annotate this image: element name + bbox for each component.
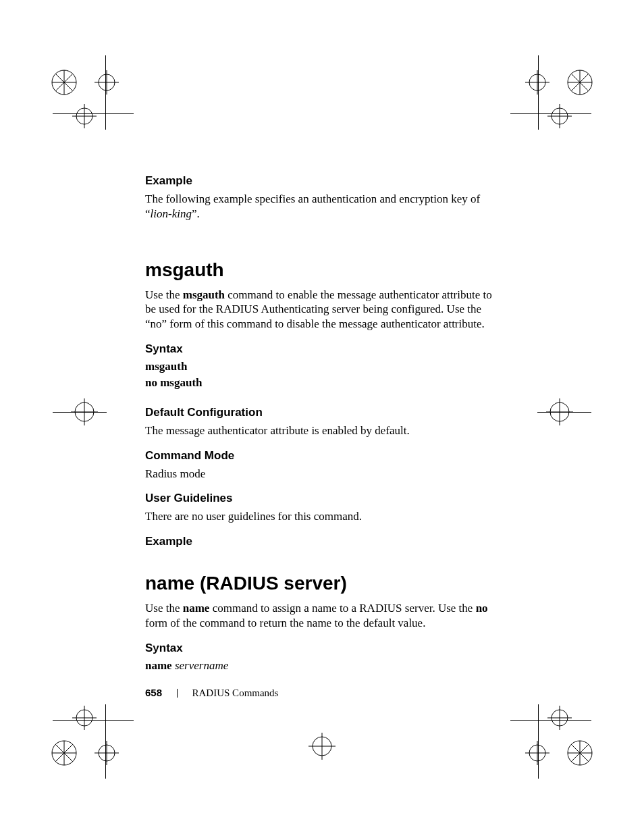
- command-title-name: name (RADIUS server): [145, 573, 496, 594]
- command-name: name: [183, 602, 210, 615]
- text: form of the command to return the name t…: [145, 617, 425, 629]
- svg-point-50: [313, 737, 331, 756]
- default-config-heading: Default Configuration: [145, 406, 496, 419]
- svg-line-15: [571, 74, 589, 91]
- svg-point-33: [552, 710, 568, 726]
- page-footer: 658 RADIUS Commands: [145, 687, 278, 699]
- text: command to assign a name to a RADIUS ser…: [209, 602, 475, 615]
- crop-line: [510, 113, 591, 114]
- footer-divider: [177, 689, 178, 698]
- text: Use the: [145, 288, 183, 301]
- registration-mark-icon: [302, 726, 342, 766]
- svg-point-41: [529, 745, 545, 761]
- chapter-title: RADIUS Commands: [192, 687, 279, 698]
- crop-line: [53, 113, 134, 114]
- text: The following example specifies an authe…: [145, 192, 480, 205]
- svg-point-19: [552, 108, 568, 124]
- crop-line: [538, 55, 539, 130]
- crop-line: [537, 412, 591, 413]
- svg-line-3: [55, 74, 73, 91]
- svg-point-25: [52, 741, 76, 765]
- syntax-param: servername: [175, 659, 228, 672]
- registration-mark-icon: [47, 706, 122, 780]
- registration-mark-icon: [47, 54, 122, 128]
- page-number: 658: [145, 687, 162, 698]
- svg-point-16: [529, 74, 545, 90]
- crop-line: [105, 55, 106, 130]
- command-mode-heading: Command Mode: [145, 449, 496, 463]
- command-name: msgauth: [183, 288, 225, 301]
- command-title-msgauth: msgauth: [145, 259, 496, 281]
- syntax-line: name servername: [145, 659, 496, 673]
- svg-point-5: [99, 74, 115, 90]
- registration-mark-icon: [522, 706, 597, 780]
- text: “: [145, 207, 151, 220]
- command-name: no: [476, 602, 488, 615]
- svg-point-11: [568, 70, 592, 95]
- command-description: Use the msgauth command to enable the me…: [145, 288, 496, 332]
- page: Example The following example specifies …: [0, 0, 644, 834]
- crop-line: [53, 412, 107, 413]
- svg-line-39: [571, 744, 589, 762]
- syntax-keyword: name: [145, 659, 172, 672]
- example-paragraph: The following example specifies an authe…: [145, 192, 496, 221]
- syntax-line: msgauth: [145, 360, 496, 373]
- command-description: Use the name command to assign a name to…: [145, 601, 496, 631]
- svg-line-29: [55, 744, 73, 762]
- syntax-line: no msgauth: [145, 376, 496, 390]
- svg-point-8: [76, 108, 92, 124]
- command-mode-body: Radius mode: [145, 467, 496, 481]
- syntax-heading: Syntax: [145, 342, 496, 356]
- literal-value: lion-king: [151, 207, 192, 220]
- default-config-body: The message authenticator attribute is e…: [145, 423, 496, 438]
- crop-line: [538, 704, 539, 779]
- crop-line: [510, 720, 591, 721]
- text: ”.: [192, 207, 200, 220]
- svg-point-30: [99, 745, 115, 761]
- svg-line-28: [55, 744, 73, 762]
- content-area: Example The following example specifies …: [145, 174, 496, 675]
- svg-line-40: [571, 744, 589, 762]
- crop-line: [105, 704, 106, 779]
- user-guidelines-heading: User Guidelines: [145, 492, 496, 505]
- text: Use the: [145, 602, 183, 615]
- svg-line-14: [571, 74, 589, 91]
- svg-point-22: [76, 710, 92, 726]
- user-guidelines-body: There are no user guidelines for this co…: [145, 509, 496, 524]
- syntax-heading: Syntax: [145, 642, 496, 655]
- example-heading: Example: [145, 535, 496, 548]
- svg-point-36: [568, 741, 592, 765]
- svg-point-0: [52, 70, 76, 95]
- crop-line: [53, 720, 134, 721]
- example-heading: Example: [145, 174, 496, 188]
- svg-line-4: [55, 74, 73, 91]
- registration-mark-icon: [522, 54, 597, 128]
